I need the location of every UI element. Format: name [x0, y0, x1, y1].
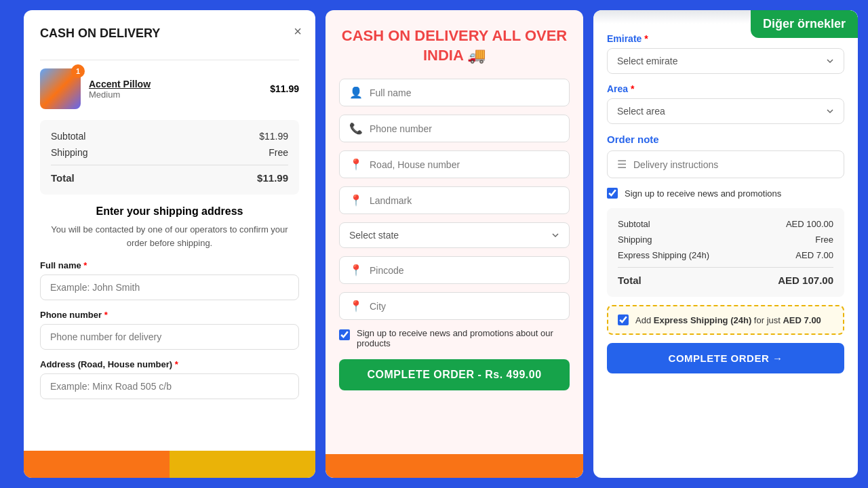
area-select[interactable]: Select area	[607, 98, 844, 124]
panel-right: Diğer örnekler Emirate * Select emirate …	[593, 10, 858, 478]
signup-checkbox[interactable]	[339, 329, 350, 340]
pincode-icon: 📍	[349, 264, 363, 277]
subtotal-label: Subtotal	[51, 131, 85, 142]
complete-order-button-mid[interactable]: COMPLETE ORDER - Rs. 499.00	[339, 359, 570, 390]
product-name: Accent Pillow	[89, 79, 262, 89]
city-input[interactable]	[370, 301, 559, 312]
total-row: Total $11.99	[51, 165, 288, 186]
address-label: Address (Road, House number) *	[40, 359, 299, 369]
order-note-label: Order note	[607, 134, 844, 145]
pincode-input[interactable]	[370, 265, 559, 276]
phone-field: 📞	[339, 115, 570, 142]
fullname-input-mid[interactable]	[370, 87, 559, 98]
fullname-label: Full name *	[40, 260, 299, 270]
landmark-icon: 📍	[349, 194, 363, 207]
shipping-label: Shipping	[51, 147, 88, 158]
panel-left: CASH ON DELIVERY × 1 Accent Pillow Mediu…	[24, 10, 315, 478]
right-express-row: Express Shipping (24h) AED 7.00	[618, 247, 833, 263]
totals-box: Subtotal $11.99 Shipping Free Total $11.…	[40, 120, 299, 195]
promo-checkbox[interactable]	[607, 188, 618, 199]
address-input[interactable]	[40, 373, 299, 399]
right-total-value: AED 107.00	[778, 274, 833, 286]
lines-icon: ☰	[617, 158, 627, 171]
right-subtotal-label: Subtotal	[618, 219, 650, 229]
right-totals: Subtotal AED 100.00 Shipping Free Expres…	[607, 208, 844, 297]
product-image: 1	[40, 68, 81, 109]
fullname-field: 👤	[339, 79, 570, 106]
subtotal-row: Subtotal $11.99	[51, 128, 288, 144]
divider-1	[40, 60, 299, 60]
right-shipping-row: Shipping Free	[618, 232, 833, 247]
address-required: *	[175, 359, 178, 369]
product-badge: 1	[71, 64, 85, 78]
promo-text: Sign up to receive news and promotions	[625, 188, 781, 199]
shipping-value: Free	[269, 147, 288, 158]
landmark-input[interactable]	[370, 195, 559, 206]
shipping-desc: You will be contacted by one of our oper…	[40, 223, 299, 249]
panel-middle: CASH ON DELIVERY ALL OVER INDIA 🚚 👤 📞 📍 …	[326, 10, 583, 478]
city-icon: 📍	[349, 300, 363, 312]
panel-left-title: CASH ON DELIVERY	[40, 26, 160, 41]
cod-title: CASH ON DELIVERY ALL OVER INDIA 🚚	[339, 26, 570, 65]
complete-order-button-right[interactable]: COMPLETE ORDER →	[607, 343, 844, 373]
emirate-select[interactable]: Select emirate	[607, 48, 844, 74]
delivery-field: ☰	[607, 150, 844, 178]
phone-icon: 📞	[349, 122, 363, 135]
person-icon: 👤	[349, 86, 363, 99]
phone-input-mid[interactable]	[370, 123, 559, 134]
phone-label: Phone number *	[40, 310, 299, 320]
delivery-input[interactable]	[633, 159, 834, 170]
product-info: Accent Pillow Medium	[89, 79, 262, 100]
address-input-mid[interactable]	[370, 159, 559, 170]
fullname-input[interactable]	[40, 274, 299, 300]
right-shipping-label: Shipping	[618, 235, 652, 245]
express-banner-text: Add Express Shipping (24h) for just AED …	[635, 315, 821, 325]
fullname-field-group: Full name *	[40, 260, 299, 310]
right-total-row: Total AED 107.00	[618, 267, 833, 289]
total-value: $11.99	[257, 172, 288, 184]
shipping-row: Shipping Free	[51, 144, 288, 161]
pincode-field: 📍	[339, 256, 570, 284]
right-express-value: AED 7.00	[795, 250, 833, 260]
right-express-label: Express Shipping (24h)	[618, 250, 709, 260]
right-subtotal-row: Subtotal AED 100.00	[618, 216, 833, 232]
express-checkbox[interactable]	[618, 314, 629, 325]
express-banner: Add Express Shipping (24h) for just AED …	[607, 305, 844, 335]
product-price: $11.99	[270, 83, 299, 94]
signup-text: Sign up to receive news and promotions a…	[357, 328, 570, 348]
fullname-required: *	[83, 260, 87, 270]
city-field: 📍	[339, 292, 570, 320]
state-select[interactable]: Select state	[339, 222, 570, 248]
close-button[interactable]: ×	[294, 24, 302, 39]
phone-required: *	[104, 310, 108, 320]
signup-row: Sign up to receive news and promotions a…	[339, 328, 570, 348]
address-field: 📍	[339, 150, 570, 178]
total-label: Total	[51, 172, 75, 184]
landmark-field: 📍	[339, 186, 570, 214]
product-variant: Medium	[89, 89, 262, 100]
address-field-group: Address (Road, House number) *	[40, 359, 299, 409]
product-row: 1 Accent Pillow Medium $11.99	[40, 68, 299, 109]
area-label: Area *	[607, 83, 844, 94]
emirate-required: *	[644, 33, 648, 44]
right-total-label: Total	[618, 274, 642, 286]
subtotal-value: $11.99	[259, 131, 288, 142]
shipping-title: Enter your shipping address	[40, 205, 299, 218]
diger-badge: Diğer örnekler	[751, 10, 858, 38]
right-subtotal-value: AED 100.00	[786, 219, 833, 229]
area-required: *	[631, 83, 634, 94]
location-icon: 📍	[349, 158, 363, 171]
phone-input[interactable]	[40, 324, 299, 350]
phone-field-group: Phone number *	[40, 310, 299, 359]
right-shipping-value: Free	[815, 235, 833, 245]
promo-row: Sign up to receive news and promotions	[607, 188, 844, 199]
